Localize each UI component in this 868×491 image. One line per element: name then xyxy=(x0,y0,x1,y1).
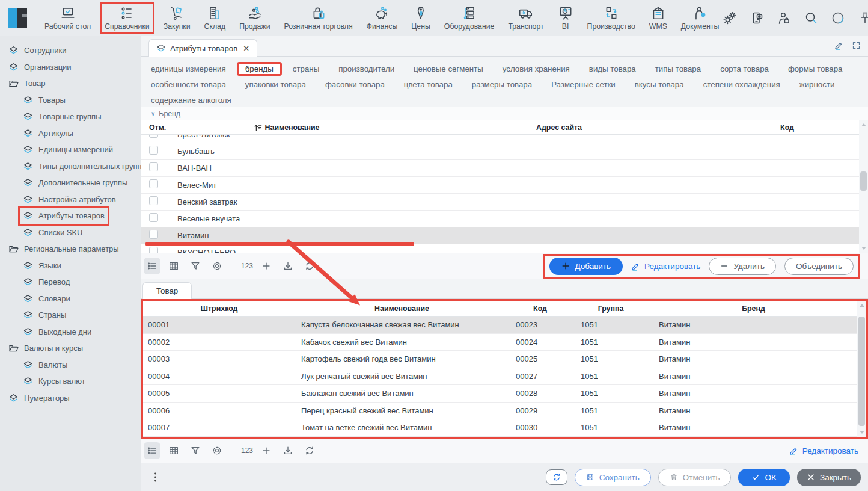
sidebar-item-currency-rates[interactable]: Курсы валют xyxy=(19,373,89,390)
filter-icon[interactable] xyxy=(187,442,204,459)
cancel-button[interactable]: Отменить xyxy=(658,469,732,486)
row-checkbox[interactable] xyxy=(149,146,158,155)
close-icon[interactable]: ✕ xyxy=(243,44,249,53)
edit-link-bottom[interactable]: Редактировать xyxy=(789,446,858,455)
scroll-up-icon[interactable] xyxy=(861,123,866,126)
nav-item-purchases[interactable]: Закупки xyxy=(160,4,194,32)
list-view-icon[interactable] xyxy=(144,258,160,274)
subtab[interactable]: особенности товара xyxy=(151,80,226,89)
column-header-code[interactable]: Код xyxy=(509,304,572,313)
column-header-checked[interactable]: Отм. xyxy=(141,123,170,132)
nav-item-wms[interactable]: WMS xyxy=(646,4,671,32)
sidebar-item-numerators[interactable]: Нумераторы xyxy=(5,390,73,407)
subtab[interactable]: бренды xyxy=(238,63,281,75)
scroll-up-icon[interactable] xyxy=(860,304,864,307)
sidebar-item-days-off[interactable]: Выходные дни xyxy=(19,324,95,341)
nav-item-warehouse[interactable]: Склад xyxy=(201,4,230,32)
table-view-icon[interactable] xyxy=(165,258,182,274)
product-row[interactable]: 00003 Картофель свежий года вес Витамин … xyxy=(143,351,857,368)
scroll-down-icon[interactable] xyxy=(860,431,864,434)
list-view-icon[interactable] xyxy=(144,442,160,459)
brand-section-header[interactable]: ∨ Бренд xyxy=(141,107,868,120)
close-button[interactable]: Закрыть xyxy=(797,469,861,486)
nav-item-documents[interactable]: Документы xyxy=(677,4,723,32)
nav-item-sales[interactable]: Продажи xyxy=(236,4,274,32)
user-lock-icon[interactable] xyxy=(777,11,791,25)
scroll-down-icon[interactable] xyxy=(861,247,866,250)
subtab[interactable]: страны xyxy=(293,64,319,73)
subtab[interactable]: условия хранения xyxy=(503,64,570,73)
subtab[interactable]: размеры товара xyxy=(472,80,532,89)
row-checkbox[interactable] xyxy=(149,196,158,205)
sidebar-item-sku-lists[interactable]: Списки SKU xyxy=(19,224,86,241)
subtab[interactable]: сорта товара xyxy=(720,64,769,73)
brand-row[interactable]: Бульбашъ xyxy=(141,143,859,160)
column-header-site[interactable]: Адрес сайта xyxy=(403,123,715,132)
nav-item-finance[interactable]: Финансы xyxy=(363,4,402,32)
sidebar-item-product-groups[interactable]: Товарные группы xyxy=(19,108,105,125)
sort-asc-icon[interactable] xyxy=(254,123,262,132)
subtab[interactable]: фасовки товара xyxy=(325,80,385,89)
brand-row[interactable]: ВАН-ВАН xyxy=(141,160,859,177)
sidebar-item-translation[interactable]: Перевод xyxy=(19,274,73,291)
settings-icon[interactable] xyxy=(209,442,225,459)
save-button[interactable]: Сохранить xyxy=(575,469,651,486)
column-header-name[interactable]: Наименование xyxy=(170,123,403,132)
delete-button[interactable]: Удалить xyxy=(709,258,776,275)
device-chat-icon[interactable] xyxy=(750,11,764,25)
numbers-icon[interactable]: 123 xyxy=(230,258,253,274)
search-icon[interactable] xyxy=(804,11,818,25)
merge-button[interactable]: Объединить xyxy=(784,258,854,275)
subtab[interactable]: единицы измерения xyxy=(151,64,226,73)
subtab[interactable]: типы товара xyxy=(655,64,701,73)
column-header-group[interactable]: Группа xyxy=(572,304,650,313)
nav-item-retail[interactable]: Розничная торговля xyxy=(281,4,356,32)
brand-row[interactable]: ВКУСНОТЕЕВО xyxy=(141,244,859,253)
scrollbar-vertical[interactable] xyxy=(857,301,866,437)
edit-button[interactable]: Редактировать xyxy=(631,262,700,271)
nav-item-transport[interactable]: Транспорт xyxy=(504,4,547,32)
sidebar-item-languages[interactable]: Языки xyxy=(19,258,65,274)
subtab[interactable]: формы товара xyxy=(788,64,843,73)
export-icon[interactable] xyxy=(280,442,296,459)
product-row[interactable]: 00006 Перец красный свежий вес Витамин 0… xyxy=(143,403,857,420)
clock-icon[interactable] xyxy=(831,11,845,25)
brand-row[interactable]: Веселые внучата xyxy=(141,211,859,227)
product-row[interactable]: 00001 Капуста белокочанная свежая вес Ви… xyxy=(143,317,857,334)
product-row[interactable]: 00002 Кабачок свежий вес Витамин 00024 1… xyxy=(143,334,857,351)
column-header-brand[interactable]: Бренд xyxy=(650,304,857,313)
sidebar-item-currencies-and-rates[interactable]: Валюты и курсы xyxy=(5,340,87,357)
sidebar-item-additional-groups[interactable]: Дополнительные группы xyxy=(19,174,131,191)
column-header-name[interactable]: Наименование xyxy=(295,304,509,313)
sidebar-item-regional-params[interactable]: Региональные параметры xyxy=(5,241,123,258)
sidebar-item-organizations[interactable]: Организации xyxy=(5,59,75,76)
sidebar-item-units[interactable]: Единицы измерений xyxy=(19,141,117,158)
scroll-thumb[interactable] xyxy=(858,317,865,426)
subtab[interactable]: Размерные сетки xyxy=(551,80,616,89)
tab-product[interactable]: Товар xyxy=(142,282,192,299)
row-checkbox[interactable] xyxy=(149,247,158,253)
row-checkbox[interactable] xyxy=(149,162,158,171)
row-checkbox[interactable] xyxy=(149,213,158,222)
product-row[interactable]: 00007 Томат на ветке свежий вес Витамин … xyxy=(143,419,857,437)
numbers-icon[interactable]: 123 xyxy=(230,442,253,459)
sidebar-item-product[interactable]: Товар xyxy=(5,75,49,92)
column-header-code[interactable]: Код xyxy=(715,123,859,132)
subtab[interactable]: жирности xyxy=(799,80,835,89)
refresh-button[interactable] xyxy=(546,469,567,485)
sidebar-item-countries[interactable]: Страны xyxy=(19,307,70,324)
nav-item-production[interactable]: Производство xyxy=(584,4,639,32)
table-view-icon[interactable] xyxy=(165,442,182,459)
subtab[interactable]: степени охлаждения xyxy=(703,80,780,89)
brand-row[interactable]: Венский завтрак xyxy=(141,194,859,211)
product-row[interactable]: 00005 Баклажан свежий вес Витамин 00028 … xyxy=(143,385,857,403)
pencil-icon[interactable] xyxy=(834,41,843,50)
settings-gears-icon[interactable] xyxy=(723,11,737,25)
nav-item-desktop[interactable]: Рабочий стол xyxy=(41,4,94,32)
export-icon[interactable] xyxy=(280,258,296,274)
nav-item-references[interactable]: Справочники xyxy=(101,4,153,32)
sidebar-item-dictionaries[interactable]: Словари xyxy=(19,291,74,307)
subtab[interactable]: содержание алкоголя xyxy=(151,96,231,105)
subtab[interactable]: упаковки товара xyxy=(245,80,306,89)
sidebar-item-articles[interactable]: Артикулы xyxy=(19,125,77,142)
